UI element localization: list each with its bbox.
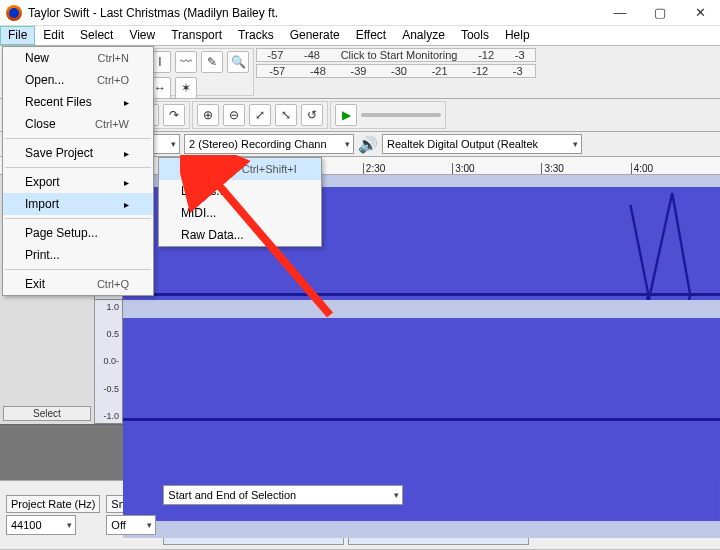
zoomin-icon[interactable]: ⊕ <box>197 104 219 126</box>
menu-effect[interactable]: Effect <box>348 26 394 45</box>
recording-meter[interactable]: -57 -48 Click to Start Monitoring -12 -3 <box>256 48 536 62</box>
multi-tool-icon[interactable]: ✶ <box>175 77 197 99</box>
envelope-tool-icon[interactable]: 〰 <box>175 51 197 73</box>
menu-bar: File Edit Select View Transport Tracks G… <box>0 26 720 46</box>
speed-slider[interactable] <box>361 113 441 117</box>
tools-toolbar: I 〰 ✎ 🔍 ↔ ✶ <box>144 48 254 96</box>
fit-sel-icon[interactable]: ⤢ <box>249 104 271 126</box>
zoom-tool-icon[interactable]: 🔍 <box>227 51 249 73</box>
close-button[interactable]: ✕ <box>680 0 720 26</box>
draw-tool-icon[interactable]: ✎ <box>201 51 223 73</box>
zoom-toggle-icon[interactable]: ↺ <box>301 104 323 126</box>
minimize-button[interactable]: — <box>600 0 640 26</box>
menu-item-import[interactable]: Import <box>3 193 153 215</box>
output-device-combo[interactable]: Realtek Digital Output (Realtek <box>382 134 582 154</box>
menu-file[interactable]: File <box>0 26 35 45</box>
snap-combo[interactable]: Off <box>106 515 156 535</box>
menu-select[interactable]: Select <box>72 26 121 45</box>
menu-view[interactable]: View <box>121 26 163 45</box>
menu-tracks[interactable]: Tracks <box>230 26 282 45</box>
menu-item-new[interactable]: NewCtrl+N <box>3 47 153 69</box>
amp-scale: 1.00.50.0--0.5-1.0 <box>95 300 123 424</box>
menu-analyze[interactable]: Analyze <box>394 26 453 45</box>
menu-help[interactable]: Help <box>497 26 538 45</box>
menu-item-import-midi[interactable]: MIDI... <box>159 202 321 224</box>
menu-item-import-labels[interactable]: Labels... <box>159 180 321 202</box>
project-rate-label: Project Rate (Hz) <box>6 495 100 513</box>
menu-item-import-audio[interactable]: Audio...Ctrl+Shift+I <box>159 158 321 180</box>
menu-item-page-setup[interactable]: Page Setup... <box>3 222 153 244</box>
window-title: Taylor Swift - Last Christmas (Madilyn B… <box>28 6 600 20</box>
play-speed-icon[interactable]: ▶ <box>335 104 357 126</box>
playback-meter[interactable]: -57 -48 -39 -30 -21 -12 -3 <box>256 64 536 78</box>
menu-item-open[interactable]: Open...Ctrl+O <box>3 69 153 91</box>
speaker-icon: 🔊 <box>358 135 378 154</box>
menu-edit[interactable]: Edit <box>35 26 72 45</box>
fit-proj-icon[interactable]: ⤡ <box>275 104 297 126</box>
menu-item-close[interactable]: CloseCtrl+W <box>3 113 153 135</box>
channels-combo[interactable]: 2 (Stereo) Recording Chann <box>184 134 354 154</box>
menu-item-recent[interactable]: Recent Files <box>3 91 153 113</box>
menu-item-export[interactable]: Export <box>3 171 153 193</box>
channel-right[interactable]: 1.00.50.0--0.5-1.0 <box>95 300 720 425</box>
menu-item-import-raw[interactable]: Raw Data... <box>159 224 321 246</box>
selection-mode-combo[interactable]: Start and End of Selection <box>163 485 403 505</box>
file-menu-dropdown: NewCtrl+N Open...Ctrl+O Recent Files Clo… <box>2 46 154 296</box>
menu-item-print[interactable]: Print... <box>3 244 153 266</box>
project-rate-combo[interactable]: 44100 <box>6 515 76 535</box>
menu-item-save-project[interactable]: Save Project <box>3 142 153 164</box>
redo-icon[interactable]: ↷ <box>163 104 185 126</box>
menu-generate[interactable]: Generate <box>282 26 348 45</box>
title-bar: Taylor Swift - Last Christmas (Madilyn B… <box>0 0 720 26</box>
track-select-button[interactable]: Select <box>3 406 91 421</box>
play-at-speed-toolbar: ▶ <box>330 101 446 129</box>
menu-item-exit[interactable]: ExitCtrl+Q <box>3 273 153 295</box>
zoomout-icon[interactable]: ⊖ <box>223 104 245 126</box>
app-icon <box>6 5 22 21</box>
menu-transport[interactable]: Transport <box>163 26 230 45</box>
maximize-button[interactable]: ▢ <box>640 0 680 26</box>
zoom-toolbar: ⊕ ⊖ ⤢ ⤡ ↺ <box>192 101 328 129</box>
import-submenu: Audio...Ctrl+Shift+I Labels... MIDI... R… <box>158 157 322 247</box>
menu-tools[interactable]: Tools <box>453 26 497 45</box>
